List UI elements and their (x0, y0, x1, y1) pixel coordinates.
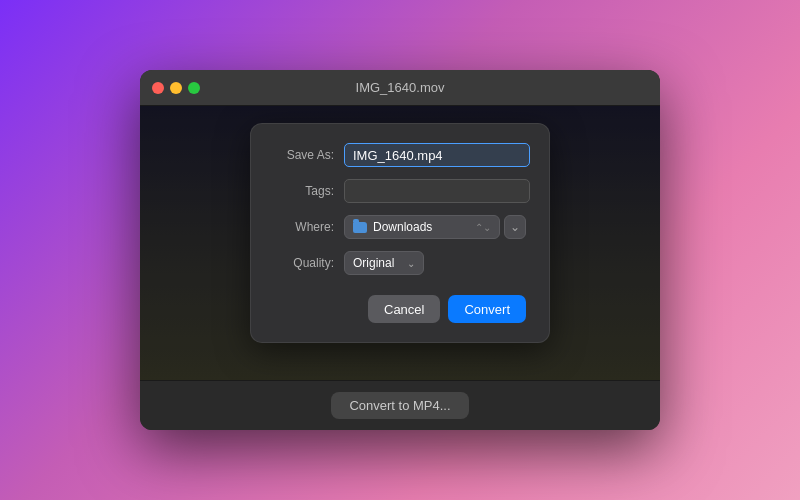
save-dialog: Save As: Tags: Where: Downloads ⌃⌄ (250, 123, 550, 343)
where-label: Where: (274, 220, 334, 234)
tags-input[interactable] (344, 179, 530, 203)
close-button[interactable] (152, 82, 164, 94)
folder-icon (353, 222, 367, 233)
where-row: Where: Downloads ⌃⌄ ⌄ (274, 215, 526, 239)
save-as-row: Save As: (274, 143, 526, 167)
folder-name: Downloads (373, 220, 469, 234)
quality-arrow-icon: ⌄ (407, 258, 415, 269)
tags-row: Tags: (274, 179, 526, 203)
where-folder-select[interactable]: Downloads ⌃⌄ (344, 215, 500, 239)
app-window: IMG_1640.mov Save As: Tags: Where: (140, 70, 660, 430)
bottom-bar: Convert to MP4... (140, 380, 660, 430)
window-content: Save As: Tags: Where: Downloads ⌃⌄ (140, 106, 660, 380)
convert-to-mp4-button[interactable]: Convert to MP4... (331, 392, 468, 419)
chevron-icon: ⌄ (510, 220, 520, 234)
tags-label: Tags: (274, 184, 334, 198)
window-title: IMG_1640.mov (356, 80, 445, 95)
quality-label: Quality: (274, 256, 334, 270)
quality-row: Quality: Original ⌄ (274, 251, 526, 275)
save-as-input[interactable] (344, 143, 530, 167)
maximize-button[interactable] (188, 82, 200, 94)
convert-button[interactable]: Convert (448, 295, 526, 323)
cancel-button[interactable]: Cancel (368, 295, 440, 323)
traffic-lights (152, 82, 200, 94)
folder-select-arrows: ⌃⌄ (475, 222, 491, 233)
button-row: Cancel Convert (274, 295, 526, 323)
minimize-button[interactable] (170, 82, 182, 94)
chevron-button[interactable]: ⌄ (504, 215, 526, 239)
dialog-overlay: Save As: Tags: Where: Downloads ⌃⌄ (140, 106, 660, 380)
quality-select[interactable]: Original ⌄ (344, 251, 424, 275)
where-select-wrapper: Downloads ⌃⌄ ⌄ (344, 215, 526, 239)
save-as-label: Save As: (274, 148, 334, 162)
titlebar: IMG_1640.mov (140, 70, 660, 106)
quality-value: Original (353, 256, 401, 270)
